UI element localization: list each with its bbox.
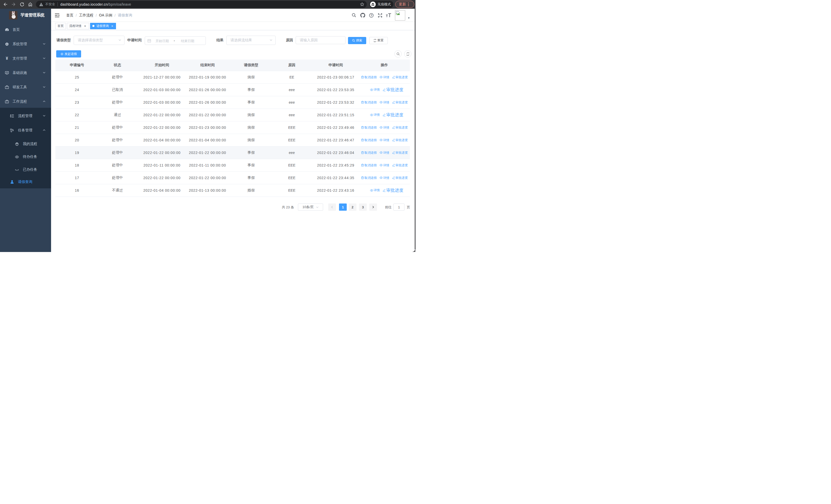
svg-text:?: ? xyxy=(371,14,372,17)
